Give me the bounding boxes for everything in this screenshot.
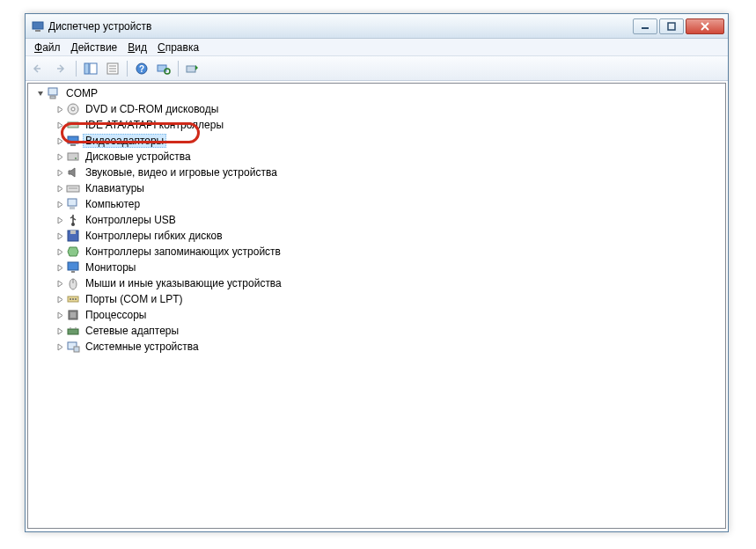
expand-arrow-icon[interactable] — [55, 341, 65, 352]
close-button[interactable] — [686, 18, 724, 34]
tree-item[interactable]: Контроллеры запоминающих устройств — [28, 244, 725, 260]
expand-arrow-icon[interactable] — [55, 183, 65, 194]
expand-arrow-icon[interactable] — [55, 326, 65, 336]
forward-button[interactable] — [51, 59, 72, 78]
svg-rect-29 — [68, 199, 77, 206]
update-driver-button[interactable] — [182, 59, 203, 78]
svg-rect-44 — [68, 329, 78, 334]
tree-item-label: Компьютер — [83, 197, 143, 211]
help-button[interactable]: ? — [131, 59, 152, 78]
svg-rect-21 — [68, 122, 78, 128]
svg-rect-16 — [187, 66, 195, 72]
svg-rect-48 — [74, 347, 79, 352]
svg-rect-23 — [68, 136, 78, 143]
tree-item[interactable]: DVD и CD-ROM дисководы — [28, 101, 725, 117]
tree-item[interactable]: Контроллеры USB — [28, 212, 725, 228]
minimize-button[interactable] — [633, 18, 657, 34]
expand-arrow-icon[interactable] — [55, 246, 65, 257]
computer-icon — [66, 197, 80, 211]
tree-item[interactable]: Контроллеры гибких дисков — [28, 228, 725, 244]
usb-icon — [66, 213, 80, 227]
expand-arrow-icon[interactable] — [55, 135, 65, 146]
tree-item-label: Клавиатуры — [83, 181, 147, 195]
tree-item[interactable]: Мониторы — [28, 260, 725, 275]
svg-rect-35 — [71, 271, 75, 273]
svg-point-39 — [70, 298, 71, 300]
maximize-button[interactable] — [659, 18, 684, 34]
svg-point-40 — [72, 298, 74, 300]
storage-icon — [66, 245, 80, 259]
svg-text:?: ? — [139, 64, 144, 74]
tree-item-label: DVD и CD-ROM дисководы — [83, 102, 221, 116]
tree-item-label: Звуковые, видео и игровые устройства — [83, 165, 280, 179]
menu-help[interactable]: Справка — [152, 40, 204, 55]
expand-arrow-icon[interactable] — [55, 262, 65, 273]
tree-item-label: Контроллеры гибких дисков — [83, 229, 225, 243]
svg-rect-33 — [70, 231, 76, 234]
tree-item-label: Видеоадаптеры — [83, 134, 166, 148]
tree-item[interactable]: Порты (COM и LPT) — [28, 291, 725, 307]
svg-rect-18 — [50, 96, 55, 99]
window-controls — [633, 18, 724, 34]
keyboard-icon — [66, 181, 80, 195]
expand-arrow-icon[interactable] — [55, 199, 65, 209]
tree-item-label: Контроллеры USB — [83, 213, 179, 227]
tree-item[interactable]: Мыши и иные указывающие устройства — [28, 275, 725, 291]
tree-item[interactable]: Сетевые адаптеры — [28, 323, 725, 339]
tree-item-label: IDE ATA/ATAPI контроллеры — [83, 118, 226, 132]
svg-rect-1 — [35, 30, 40, 32]
tree-root[interactable]: COMP — [28, 85, 725, 101]
ide-icon — [66, 118, 80, 132]
expand-arrow-icon[interactable] — [55, 215, 65, 225]
tree-item-label: Сетевые адаптеры — [83, 324, 181, 338]
scan-hardware-button[interactable] — [153, 59, 174, 78]
menu-file[interactable]: Файл — [29, 40, 66, 55]
svg-point-41 — [75, 298, 77, 300]
expand-arrow-icon[interactable] — [55, 120, 65, 130]
tree-item-label: Процессоры — [83, 308, 150, 322]
network-icon — [66, 324, 80, 338]
tree-item[interactable]: Видеоадаптеры — [28, 133, 725, 149]
tree-item[interactable]: Клавиатуры — [28, 180, 725, 196]
tree-item[interactable]: Компьютер — [28, 196, 725, 212]
menu-action[interactable]: Действие — [66, 40, 123, 55]
menubar: Файл Действие Вид Справка — [26, 39, 728, 56]
floppy-icon — [66, 229, 80, 243]
device-tree[interactable]: COMP DVD и CD-ROM дисководыIDE ATA/ATAPI… — [27, 83, 726, 529]
expand-arrow-icon[interactable] — [55, 294, 65, 304]
expand-arrow-icon[interactable] — [55, 231, 65, 241]
back-button[interactable] — [29, 59, 50, 78]
expand-arrow-icon[interactable] — [55, 104, 65, 114]
expand-arrow-icon[interactable] — [55, 151, 65, 162]
monitor-icon — [66, 260, 80, 274]
expand-arrow-icon[interactable] — [55, 310, 65, 320]
tree-item[interactable]: IDE ATA/ATAPI контроллеры — [28, 117, 725, 133]
tree-item-label: Контроллеры запоминающих устройств — [83, 245, 283, 259]
properties-button[interactable] — [102, 59, 123, 78]
svg-point-20 — [71, 107, 75, 111]
tree-item[interactable]: Системные устройства — [28, 339, 725, 355]
menu-view[interactable]: Вид — [122, 40, 152, 55]
tree-item[interactable]: Дисковые устройства — [28, 149, 725, 165]
svg-rect-0 — [33, 22, 43, 29]
svg-point-26 — [75, 157, 77, 159]
collapse-arrow-icon[interactable] — [35, 88, 46, 99]
expand-arrow-icon[interactable] — [55, 278, 65, 289]
tree-item[interactable]: Процессоры — [28, 307, 725, 323]
hdd-icon — [66, 150, 80, 164]
toolbar-separator — [127, 61, 128, 77]
tree-item-label: Системные устройства — [83, 340, 202, 354]
show-hide-tree-button[interactable] — [80, 59, 101, 78]
expand-arrow-icon[interactable] — [55, 167, 65, 178]
port-icon — [66, 292, 80, 306]
cpu-icon — [66, 308, 80, 322]
svg-point-31 — [71, 223, 75, 226]
svg-rect-43 — [70, 312, 76, 318]
svg-rect-6 — [84, 63, 89, 74]
app-icon — [31, 19, 45, 33]
tree-item-label: Дисковые устройства — [83, 150, 194, 164]
titlebar[interactable]: Диспетчер устройств — [26, 14, 728, 39]
tree-item[interactable]: Звуковые, видео и игровые устройства — [28, 165, 725, 180]
tree-item-label: Мыши и иные указывающие устройства — [83, 276, 284, 290]
mouse-icon — [66, 276, 80, 290]
